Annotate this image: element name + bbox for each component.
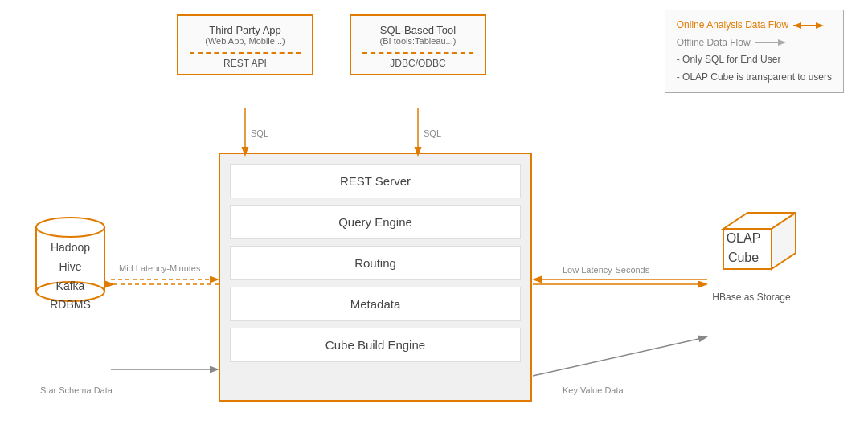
olap-storage: HBase as Storage: [707, 291, 796, 303]
legend-offline: Offline Data Flow: [677, 35, 832, 52]
hadoop-line1: Hive: [32, 258, 108, 277]
svg-line-23: [533, 337, 706, 376]
svg-text:SQL: SQL: [424, 128, 441, 138]
svg-text:Key Value Data: Key Value Data: [563, 385, 624, 395]
metadata-label: Metadata: [350, 297, 401, 311]
cube-build-engine-item: Cube Build Engine: [230, 328, 521, 362]
svg-text:SQL: SQL: [251, 128, 268, 138]
svg-marker-1: [816, 22, 824, 29]
third-party-title: Third Party App: [190, 24, 301, 36]
olap-box: OLAP Cube HBase as Storage: [707, 197, 796, 303]
legend-sql-note: - Only SQL for End User: [677, 51, 832, 69]
svg-point-6: [36, 218, 104, 237]
legend-olap-note: - OLAP Cube is transparent to users: [677, 69, 832, 87]
query-engine-label: Query Engine: [338, 215, 412, 229]
hadoop-box: Hadoop Hive Kafka RDBMS: [32, 213, 108, 312]
sql-tool-box: SQL-Based Tool (BI tools:Tableau...) JDB…: [350, 14, 486, 75]
third-party-subtitle: (Web App, Mobile...): [190, 36, 301, 46]
legend-box: Online Analysis Data Flow Offline Data F…: [665, 10, 844, 93]
hadoop-line2: Kafka: [32, 277, 108, 296]
third-party-api: REST API: [190, 52, 301, 69]
svg-text:Low Latency-Seconds: Low Latency-Seconds: [563, 265, 650, 275]
olap-subtitle: Cube: [707, 248, 780, 267]
svg-text:Star Schema Data: Star Schema Data: [40, 385, 113, 395]
rest-server-item: REST Server: [230, 164, 521, 198]
sql-tool-subtitle: (BI tools:Tableau...): [362, 36, 473, 46]
svg-text:Mid Latency-Minutes: Mid Latency-Minutes: [119, 263, 201, 273]
rest-server-label: REST Server: [340, 174, 411, 188]
svg-marker-2: [793, 22, 801, 29]
legend-offline-label: Offline Data Flow: [677, 35, 751, 52]
sql-tool-api: JDBC/ODBC: [362, 52, 473, 69]
diagram: Online Analysis Data Flow Offline Data F…: [0, 0, 868, 428]
legend-online-label: Online Analysis Data Flow: [677, 17, 788, 35]
query-engine-item: Query Engine: [230, 205, 521, 239]
third-party-box: Third Party App (Web App, Mobile...) RES…: [177, 14, 313, 75]
routing-item: Routing: [230, 246, 521, 280]
sql-tool-title: SQL-Based Tool: [362, 24, 473, 36]
metadata-item: Metadata: [230, 287, 521, 321]
routing-label: Routing: [354, 256, 396, 270]
main-box: REST Server Query Engine Routing Metadat…: [219, 153, 532, 402]
hadoop-line0: Hadoop: [32, 238, 108, 258]
svg-marker-4: [778, 39, 786, 46]
hadoop-line3: RDBMS: [32, 296, 108, 315]
legend-online: Online Analysis Data Flow: [677, 17, 832, 35]
cube-build-engine-label: Cube Build Engine: [326, 338, 425, 352]
olap-title: OLAP: [707, 229, 780, 248]
